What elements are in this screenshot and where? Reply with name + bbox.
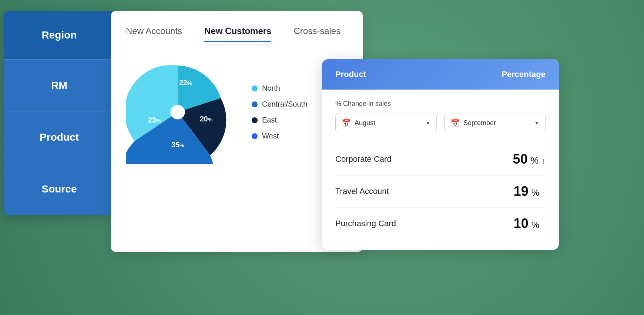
tab-new-accounts[interactable]: New Accounts bbox=[126, 26, 182, 42]
tab-new-customers[interactable]: New Customers bbox=[204, 26, 271, 42]
legend-west-label: West bbox=[262, 132, 279, 140]
corporate-card-value: 50 % ↑ bbox=[513, 151, 546, 167]
chart-legend: North Central/South East West bbox=[252, 84, 307, 140]
pie-center-dot bbox=[170, 105, 185, 119]
data-row-purchasing: Purchasing Card 10 % ↑ bbox=[335, 208, 546, 239]
purchasing-card-label: Purchasing Card bbox=[335, 219, 396, 228]
date-from-value: August bbox=[355, 119, 375, 127]
date-selectors: 📅 August ▼ 📅 September ▼ bbox=[335, 114, 546, 132]
pie-chart: 22% 20% 35% 23% bbox=[126, 60, 229, 164]
chevron-down-to-icon: ▼ bbox=[534, 120, 539, 126]
chart-tabs: New Accounts New Customers Cross-sales bbox=[126, 26, 348, 42]
card-percentage-col-header: Percentage bbox=[502, 70, 546, 79]
legend-west-dot bbox=[252, 133, 258, 139]
sidebar-item-region[interactable]: Region bbox=[4, 11, 115, 59]
chart-content: 22% 20% 35% 23% North Central/South bbox=[126, 60, 348, 164]
purchasing-card-number: 10 bbox=[514, 216, 529, 231]
sidebar-item-product[interactable]: Product bbox=[4, 111, 115, 163]
legend-west: West bbox=[252, 132, 307, 140]
sidebar-item-rm-label: RM bbox=[51, 80, 67, 91]
sidebar-item-source-label: Source bbox=[42, 183, 77, 195]
change-label: % Change in sales bbox=[335, 100, 546, 108]
travel-account-number: 19 bbox=[514, 184, 529, 199]
legend-centralsouth-dot bbox=[252, 101, 258, 107]
data-row-travel: Travel Account 19 % ↑ bbox=[335, 175, 546, 208]
tab-cross-sales[interactable]: Cross-sales bbox=[294, 26, 341, 42]
pie-svg: 22% 20% 35% 23% bbox=[126, 60, 229, 164]
legend-centralsouth: Central/South bbox=[252, 100, 307, 108]
sidebar-item-region-label: Region bbox=[42, 29, 77, 41]
purchasing-arrow-icon: ↑ bbox=[542, 222, 546, 230]
card-panel: Product Percentage % Change in sales 📅 A… bbox=[322, 59, 559, 250]
sidebar: Region RM Product Source bbox=[4, 11, 115, 215]
legend-centralsouth-label: Central/South bbox=[262, 100, 307, 108]
corporate-card-label: Corporate Card bbox=[335, 154, 392, 164]
date-to-select[interactable]: 📅 September ▼ bbox=[444, 114, 546, 132]
purchasing-card-value: 10 % ↑ bbox=[514, 216, 546, 231]
card-product-col-header: Product bbox=[335, 70, 366, 79]
travel-arrow-icon: ↑ bbox=[542, 190, 546, 198]
sidebar-item-product-label: Product bbox=[40, 131, 79, 143]
travel-pct-symbol: % bbox=[531, 188, 539, 198]
corporate-arrow-icon: ↑ bbox=[541, 156, 546, 166]
card-header-row: Product Percentage bbox=[335, 70, 546, 79]
legend-east-label: East bbox=[262, 116, 277, 124]
sidebar-item-rm[interactable]: RM bbox=[4, 59, 115, 111]
date-to-value: September bbox=[463, 119, 496, 127]
date-from-select[interactable]: 📅 August ▼ bbox=[335, 114, 437, 132]
legend-north-label: North bbox=[262, 84, 280, 93]
card-body: % Change in sales 📅 August ▼ 📅 September… bbox=[322, 90, 559, 250]
calendar-to-icon: 📅 bbox=[450, 118, 460, 127]
corporate-card-number: 50 bbox=[513, 151, 528, 167]
calendar-from-icon: 📅 bbox=[342, 118, 351, 127]
legend-east: East bbox=[252, 116, 307, 124]
travel-account-value: 19 % ↑ bbox=[514, 184, 546, 199]
travel-account-label: Travel Account bbox=[335, 187, 389, 196]
chevron-down-from-icon: ▼ bbox=[425, 120, 430, 126]
data-row-corporate: Corporate Card 50 % ↑ bbox=[335, 143, 546, 175]
card-header: Product Percentage bbox=[322, 59, 559, 90]
legend-north: North bbox=[252, 84, 307, 93]
corporate-pct-symbol: % bbox=[531, 155, 539, 166]
sidebar-item-source[interactable]: Source bbox=[4, 163, 115, 215]
legend-north-dot bbox=[252, 86, 258, 91]
legend-east-dot bbox=[252, 117, 258, 123]
purchasing-pct-symbol: % bbox=[531, 220, 539, 230]
